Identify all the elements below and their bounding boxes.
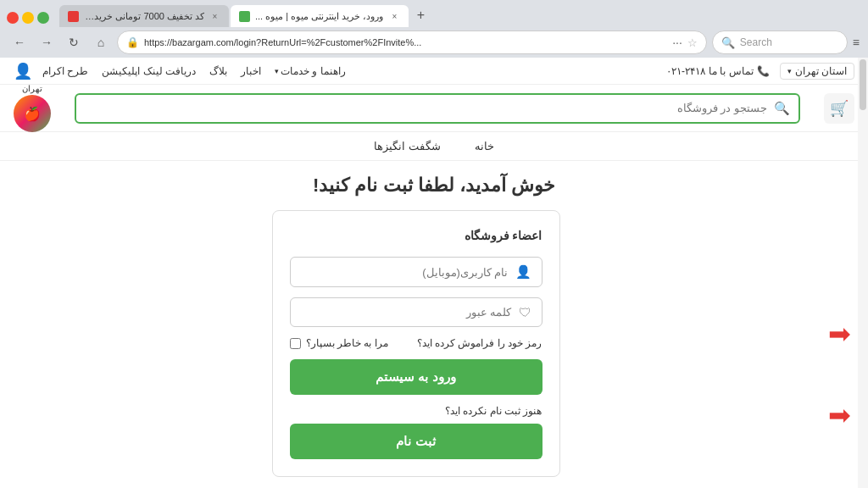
remember-me-checkbox[interactable]: [290, 338, 301, 349]
phone-number: ۰۲۱-۲۴۱۸: [666, 65, 705, 77]
region-selector[interactable]: استان تهران ▾: [780, 63, 854, 80]
password-field-group: 🛡: [290, 297, 542, 327]
site-search-wrap: 🔍: [75, 93, 800, 124]
address-bar[interactable]: 🔒 https://bazargam.com/login?ReturnUrl=%…: [117, 30, 707, 54]
new-tab-button[interactable]: +: [410, 5, 431, 25]
tab1-close[interactable]: ×: [209, 10, 220, 22]
password-input[interactable]: [301, 306, 512, 319]
tab2-favicon: [239, 11, 250, 22]
nav-home[interactable]: خانه: [475, 140, 494, 152]
forward-button[interactable]: →: [36, 31, 58, 53]
username-input[interactable]: [301, 266, 509, 279]
user-field-icon: 👤: [515, 264, 531, 280]
nav-link-help[interactable]: راهنما و خدمات ▾: [275, 65, 346, 77]
scrollbar-thumb[interactable]: [860, 59, 866, 110]
ext-icon-1[interactable]: ≡: [853, 36, 860, 49]
tab2-close[interactable]: ×: [388, 10, 400, 22]
form-options: رمز خود را فراموش کرده اید؟ مرا به خاطر …: [290, 337, 542, 349]
nav-link-akram[interactable]: طرح اکرام: [42, 65, 88, 77]
scrollbar[interactable]: [858, 58, 868, 488]
register-prompt: هنوز ثبت نام نکرده اید؟: [290, 405, 542, 417]
card-title-wrap: اعضاء فروشگاه: [290, 228, 542, 243]
username-input-wrap[interactable]: 👤: [290, 257, 542, 287]
tab1-favicon: [68, 11, 79, 22]
cart-icon: 🛒: [830, 99, 849, 118]
remember-me-label[interactable]: مرا به خاطر بسپار؟: [290, 337, 388, 349]
lock-icon: 🔒: [126, 36, 139, 48]
bookmark-icon[interactable]: ☆: [687, 36, 698, 49]
site-search-icon[interactable]: 🔍: [774, 101, 790, 116]
search-placeholder-text: Search: [740, 36, 772, 48]
maximize-window-button[interactable]: [37, 12, 49, 24]
card-title: اعضاء فروشگاه: [465, 229, 542, 242]
logo-text: تهران: [22, 84, 42, 93]
logo: تهران 🍎: [14, 84, 51, 132]
browser-search-bar[interactable]: 🔍 Search: [712, 30, 848, 54]
extension-icons: ≡: [853, 36, 860, 49]
address-more-icon[interactable]: ···: [672, 36, 682, 49]
login-button[interactable]: ورود به سیستم: [290, 359, 542, 395]
logo-circle: 🍎: [14, 95, 51, 132]
address-text: https://bazargam.com/login?ReturnUrl=%2F…: [144, 37, 667, 47]
top-nav-links: راهنما و خدمات ▾ اخبار بلاگ دریافت لینک …: [42, 65, 346, 77]
username-field-group: 👤: [290, 257, 542, 287]
site-search-input[interactable]: [85, 102, 767, 114]
shield-field-icon: 🛡: [519, 305, 531, 319]
tab2-title: ورود، خرید اینترنتی میوه | میوه ...: [255, 11, 383, 22]
phone-info: 📞 تماس با ما ۰۲۱-۲۴۱۸: [666, 65, 770, 77]
nav-link-app[interactable]: دریافت لینک اپلیکیشن: [102, 65, 196, 77]
user-icon-wrap[interactable]: 👤: [14, 62, 32, 80]
region-arrow-icon: ▾: [787, 67, 792, 75]
search-icon: 🔍: [721, 36, 735, 49]
register-arrow-icon: ➡: [828, 402, 851, 429]
nav-amazing[interactable]: شگفت انگیزها: [374, 140, 441, 152]
browser-tab-2[interactable]: ورود، خرید اینترنتی میوه | میوه ... ×: [231, 5, 409, 27]
forgot-password-link[interactable]: رمز خود را فراموش کرده اید؟: [417, 337, 542, 349]
phone-icon: 📞: [757, 65, 770, 77]
arrow-indicators: ➡ ➡: [828, 210, 851, 429]
minimize-window-button[interactable]: [22, 12, 34, 24]
tab1-title: کد تخفیف 7000 تومانی خرید مو...: [84, 11, 204, 22]
cart-button[interactable]: 🛒: [824, 93, 854, 124]
close-window-button[interactable]: [7, 12, 19, 24]
phone-label: تماس با ما: [709, 65, 754, 77]
login-card: اعضاء فروشگاه 👤 🛡: [272, 210, 560, 477]
help-dropdown-icon: ▾: [275, 67, 279, 75]
back-button[interactable]: ←: [8, 31, 31, 53]
nav-link-blog[interactable]: بلاگ: [209, 65, 227, 77]
refresh-button[interactable]: ↻: [63, 31, 85, 53]
main-nav: خانه شگفت انگیزها: [0, 132, 868, 161]
page-title: خوش آمدید، لطفا ثبت نام کنید!: [17, 175, 851, 197]
region-label: استان تهران: [795, 65, 847, 77]
browser-tab-1[interactable]: کد تخفیف 7000 تومانی خرید مو... ×: [59, 5, 229, 27]
nav-link-news[interactable]: اخبار: [241, 65, 261, 77]
home-button[interactable]: ⌂: [90, 31, 112, 53]
register-button[interactable]: ثبت نام: [290, 424, 542, 459]
site-search-bar[interactable]: 🔍: [75, 93, 800, 124]
password-input-wrap[interactable]: 🛡: [290, 297, 542, 327]
user-icon: 👤: [14, 63, 32, 80]
login-arrow-icon: ➡: [828, 320, 851, 347]
